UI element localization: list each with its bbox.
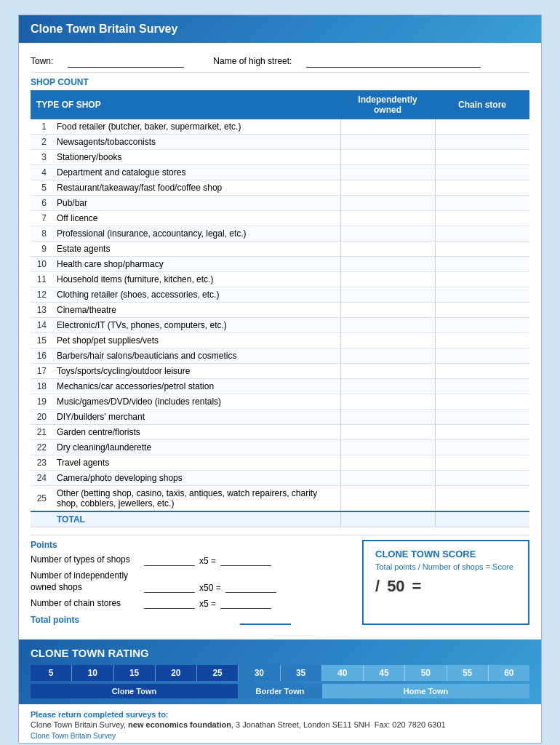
row-label: Clothing retailer (shoes, accessories, e… [51, 287, 340, 303]
score-equals: = [412, 577, 422, 596]
row-label: Department and catalogue stores [51, 165, 340, 180]
row-num: 16 [31, 348, 51, 364]
row-owned[interactable] [340, 180, 435, 196]
row-owned[interactable] [340, 150, 435, 165]
points-left: Points Number of types of shops x5 = Num… [31, 540, 351, 625]
footer-section: Please return completed surveys to: Clon… [19, 704, 541, 743]
row-chain[interactable] [435, 394, 529, 410]
row-num: 21 [31, 425, 51, 440]
row-chain[interactable] [435, 135, 529, 150]
row-chain[interactable] [435, 211, 529, 226]
row-chain[interactable] [435, 425, 529, 440]
row-owned[interactable] [340, 410, 435, 425]
table-row: 15 Pet shop/pet supplies/vets [31, 333, 529, 348]
table-row: 7 Off licence [31, 211, 529, 226]
chain-input[interactable] [144, 597, 195, 609]
row-chain[interactable] [435, 486, 529, 512]
rating-cell: 40 [322, 665, 364, 681]
row-owned[interactable] [340, 211, 435, 226]
row-chain[interactable] [435, 318, 529, 333]
row-num: 5 [31, 180, 51, 196]
row-chain[interactable] [435, 196, 529, 211]
town-field[interactable] [68, 56, 184, 68]
row-chain[interactable] [435, 272, 529, 287]
points-owned-label: Number of independentlyowned shops [31, 570, 140, 593]
row-chain[interactable] [435, 364, 529, 379]
row-owned[interactable] [340, 242, 435, 257]
row-chain[interactable] [435, 440, 529, 455]
row-owned[interactable] [340, 318, 435, 333]
row-owned[interactable] [340, 379, 435, 394]
total-points-value[interactable] [240, 613, 291, 625]
row-owned[interactable] [340, 455, 435, 471]
row-chain[interactable] [435, 180, 529, 196]
row-chain[interactable] [435, 348, 529, 364]
row-owned[interactable] [340, 471, 435, 486]
survey-header: Clone Town Britain Survey [19, 15, 541, 43]
chain-result[interactable] [220, 597, 271, 609]
owned-result[interactable] [225, 581, 276, 593]
row-owned[interactable] [340, 303, 435, 318]
row-chain[interactable] [435, 471, 529, 486]
town-label: Town: [31, 56, 53, 68]
table-row: 24 Camera/photo developing shops [31, 471, 529, 486]
survey-content: Town: Name of high street: SHOP COUNT TY… [19, 43, 541, 632]
score-divider: / [375, 577, 380, 596]
row-num: 22 [31, 440, 51, 455]
row-chain[interactable] [435, 150, 529, 165]
row-chain[interactable] [435, 333, 529, 348]
row-owned[interactable] [340, 394, 435, 410]
owned-input[interactable] [144, 581, 195, 593]
row-num: 19 [31, 394, 51, 410]
total-num [31, 511, 51, 527]
row-chain[interactable] [435, 257, 529, 272]
rating-label-clone: Clone Town [31, 684, 238, 698]
rating-cell: 55 [447, 665, 489, 681]
row-owned[interactable] [340, 287, 435, 303]
total-owned[interactable] [340, 511, 435, 527]
row-owned[interactable] [340, 226, 435, 242]
row-chain[interactable] [435, 287, 529, 303]
row-owned[interactable] [340, 364, 435, 379]
table-row: 20 DIY/builders' merchant [31, 410, 529, 425]
row-chain[interactable] [435, 455, 529, 471]
row-owned[interactable] [340, 486, 435, 512]
row-chain[interactable] [435, 226, 529, 242]
row-label: Garden centre/florists [51, 425, 340, 440]
row-num: 8 [31, 226, 51, 242]
row-label: Mechanics/car accessories/petrol station [51, 379, 340, 394]
col-type-header: TYPE OF SHOP [31, 90, 340, 119]
row-owned[interactable] [340, 272, 435, 287]
row-num: 6 [31, 196, 51, 211]
row-chain[interactable] [435, 379, 529, 394]
types-result[interactable] [220, 554, 271, 566]
row-owned[interactable] [340, 333, 435, 348]
row-chain[interactable] [435, 410, 529, 425]
rating-cell: 25 [197, 665, 239, 681]
row-label: Travel agents [51, 455, 340, 471]
row-owned[interactable] [340, 425, 435, 440]
town-line: Town: Name of high street: [31, 50, 529, 73]
row-owned[interactable] [340, 196, 435, 211]
row-chain[interactable] [435, 119, 529, 135]
clone-score-calc: / 50 = [375, 577, 516, 596]
row-num: 25 [31, 486, 51, 512]
row-chain[interactable] [435, 165, 529, 180]
table-row: 8 Professional (insurance, accountancy, … [31, 226, 529, 242]
table-row: 3 Stationery/books [31, 150, 529, 165]
high-street-field[interactable] [306, 56, 481, 68]
table-row: 19 Music/games/DVD/video (includes renta… [31, 394, 529, 410]
row-owned[interactable] [340, 135, 435, 150]
row-num: 12 [31, 287, 51, 303]
row-owned[interactable] [340, 440, 435, 455]
row-owned[interactable] [340, 348, 435, 364]
row-owned[interactable] [340, 257, 435, 272]
row-label: DIY/builders' merchant [51, 410, 340, 425]
total-chain[interactable] [435, 511, 529, 527]
row-owned[interactable] [340, 119, 435, 135]
row-label: Professional (insurance, accountancy, le… [51, 226, 340, 242]
row-chain[interactable] [435, 242, 529, 257]
types-input[interactable] [144, 554, 195, 566]
row-chain[interactable] [435, 303, 529, 318]
row-owned[interactable] [340, 165, 435, 180]
